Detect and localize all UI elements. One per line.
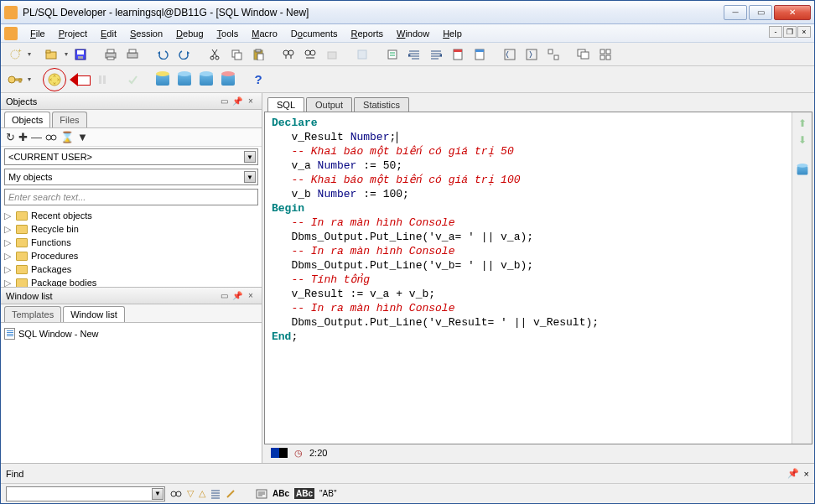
menu-session[interactable]: Session [124, 27, 169, 40]
menu-tools[interactable]: Tools [211, 27, 245, 40]
mdi-restore[interactable]: ❐ [783, 26, 797, 38]
user-combo[interactable]: <CURRENT USER> ▼ [4, 148, 258, 165]
new-button[interactable]: + [6, 45, 24, 64]
cascade-button[interactable] [574, 45, 593, 64]
db-red-button[interactable] [219, 70, 237, 89]
indent-left-button[interactable] [427, 45, 445, 64]
mdi-close[interactable]: × [797, 26, 811, 38]
panel-pin-icon[interactable]: 📌 [231, 290, 243, 302]
nav-up-icon[interactable]: ⬆ [798, 117, 807, 129]
tab-statistics[interactable]: Statistics [354, 97, 409, 112]
panel-dock-icon[interactable]: ▭ [218, 290, 230, 302]
find-down-icon[interactable]: ▽ [187, 488, 194, 499]
tree-item: ▷Recycle bin [4, 222, 258, 236]
panel-close-icon[interactable]: × [245, 290, 257, 302]
find-db-button[interactable] [323, 45, 341, 64]
db-icon3-button[interactable] [197, 70, 215, 89]
files-tab[interactable]: Files [52, 112, 86, 127]
indent-right-button[interactable] [405, 45, 423, 64]
window-list-tab[interactable]: Window list [63, 306, 125, 322]
menu-documents[interactable]: Documents [285, 27, 344, 40]
find-replace-button[interactable] [301, 45, 319, 64]
find-para-icon[interactable] [256, 489, 267, 499]
zoom-in-button[interactable] [522, 45, 541, 64]
menu-edit[interactable]: Edit [95, 27, 122, 40]
print-button[interactable] [101, 45, 120, 64]
nav-down-icon[interactable]: ⬇ [798, 134, 807, 146]
app-menu-icon[interactable] [4, 27, 18, 40]
compile-button[interactable] [353, 45, 371, 64]
open-button[interactable] [43, 45, 61, 64]
close-button[interactable]: ✕ [774, 5, 811, 20]
menu-project[interactable]: Project [53, 27, 93, 40]
minimize-button[interactable]: ─ [724, 5, 747, 20]
tab-sql[interactable]: SQL [267, 97, 304, 112]
menu-window[interactable]: Window [391, 27, 435, 40]
copy-button[interactable] [227, 45, 246, 64]
zoom-out-button[interactable] [501, 45, 519, 64]
menu-debug[interactable]: Debug [170, 27, 209, 40]
find-quoted-icon[interactable]: "AB" [319, 489, 336, 498]
sql-editor[interactable]: Declare v_Result Number; -- Khai báo một… [265, 112, 792, 444]
mdi-minimize[interactable]: - [769, 26, 782, 38]
menu-macro[interactable]: Macro [246, 27, 283, 40]
find-abc-icon[interactable]: ABc [273, 489, 289, 498]
minus-icon[interactable]: — [31, 131, 42, 143]
doc-1-button[interactable] [449, 45, 467, 64]
tile-button[interactable] [596, 45, 615, 64]
save-button[interactable] [71, 45, 90, 64]
window-list-item[interactable]: SQL Window - New [4, 326, 258, 341]
panel-pin-icon[interactable]: 📌 [787, 468, 799, 479]
svg-point-46 [46, 135, 51, 140]
find-input[interactable]: ▼ [6, 486, 165, 501]
svg-point-49 [176, 491, 181, 496]
window-list-item-label: SQL Window - New [18, 329, 99, 339]
filter-icon[interactable]: ▼ [77, 131, 88, 143]
svg-rect-24 [358, 50, 366, 59]
find-binoculars-icon[interactable] [170, 490, 182, 498]
refresh-icon[interactable]: ↻ [6, 131, 15, 143]
find-abc-dark-icon[interactable]: ABc [294, 488, 314, 499]
execute-button[interactable] [45, 70, 64, 89]
db-yellow-button[interactable] [153, 70, 172, 89]
templates-tab[interactable]: Templates [4, 306, 61, 322]
binoculars-icon[interactable] [45, 133, 57, 142]
search-input[interactable]: Enter search text... [4, 189, 258, 205]
status-indicator [271, 448, 288, 458]
panel-close-icon[interactable]: × [245, 96, 257, 107]
clock-icon: ◷ [294, 448, 303, 459]
find-list-icon[interactable] [210, 489, 221, 499]
menu-file[interactable]: File [24, 27, 51, 40]
redo-button[interactable] [175, 45, 194, 64]
help-button[interactable]: ? [249, 70, 267, 89]
panel-close-icon[interactable]: × [804, 469, 809, 479]
add-icon[interactable]: ✚ [18, 131, 28, 143]
menu-reports[interactable]: Reports [345, 27, 389, 40]
print-setup-button[interactable] [123, 45, 142, 64]
key-button[interactable] [6, 70, 24, 89]
find-button[interactable] [279, 45, 298, 64]
undo-button[interactable] [153, 45, 172, 64]
panel-dock-icon[interactable]: ▭ [218, 96, 230, 107]
cut-button[interactable] [205, 45, 224, 64]
filter-combo[interactable]: My objects ▼ [4, 169, 258, 185]
commit-button[interactable] [123, 70, 142, 89]
panel-pin-icon[interactable]: 📌 [231, 96, 243, 107]
db-sql-button[interactable] [175, 70, 194, 89]
break-button[interactable] [93, 70, 112, 89]
doc-2-button[interactable] [470, 45, 489, 64]
maximize-button[interactable]: ▭ [749, 5, 772, 20]
arrange-button[interactable] [544, 45, 563, 64]
find-up-icon[interactable]: △ [199, 488, 205, 499]
svg-rect-39 [606, 55, 610, 60]
menu-help[interactable]: Help [437, 27, 468, 40]
paste-button[interactable] [249, 45, 267, 64]
db-small-icon[interactable] [796, 164, 809, 176]
objects-tab[interactable]: Objects [4, 112, 50, 127]
session-toolbar: ▾ ? [1, 66, 814, 93]
object-tree[interactable]: ▷Recent objects ▷Recycle bin ▷Functions … [1, 207, 262, 288]
tab-output[interactable]: Output [306, 97, 352, 112]
hourglass-icon[interactable]: ⌛ [60, 131, 74, 143]
explain-plan-button[interactable] [383, 45, 402, 64]
find-edit-icon[interactable] [226, 489, 236, 499]
